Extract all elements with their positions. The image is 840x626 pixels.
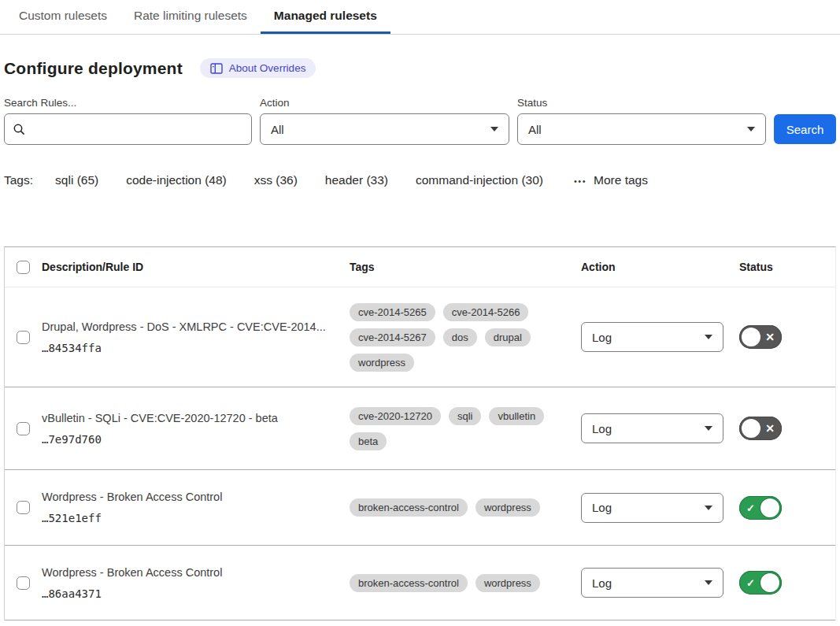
tab-rate-limiting-rulesets[interactable]: Rate limiting rulesets <box>120 0 261 34</box>
rule-tags: broken-access-controlwordpress <box>350 498 581 517</box>
chevron-down-icon <box>705 506 712 510</box>
tag-pill: broken-access-control <box>350 498 468 517</box>
rule-title: Wordpress - Broken Access Control <box>42 491 334 503</box>
ruleset-tabbar: Custom rulesetsRate limiting rulesetsMan… <box>0 0 840 35</box>
select-all-checkbox[interactable] <box>17 261 30 274</box>
row-action-select[interactable]: Log <box>581 413 723 443</box>
search-icon <box>13 123 26 139</box>
table-row: Wordpress - Broken Access Control …86aa4… <box>5 546 835 620</box>
status-filter-value: All <box>528 123 542 136</box>
tag-pill: broken-access-control <box>350 574 468 592</box>
tab-managed-rulesets[interactable]: Managed rulesets <box>261 0 390 34</box>
table-row: vBulletin - SQLi - CVE:CVE-2020-12720 - … <box>5 387 835 470</box>
action-filter-value: All <box>271 123 284 136</box>
chevron-down-icon <box>705 426 712 431</box>
row-checkbox[interactable] <box>17 501 30 514</box>
rule-title: Drupal, Wordpress - DoS - XMLRPC - CVE:C… <box>42 320 334 333</box>
status-filter-label: Status <box>517 97 766 109</box>
tag-filter-link[interactable]: xss (36) <box>254 173 298 187</box>
toggle-knob <box>760 573 779 592</box>
about-overrides-label: About Overrides <box>229 62 306 74</box>
tag-pill: cve-2014-5265 <box>350 303 435 321</box>
search-rules-input[interactable] <box>4 113 252 145</box>
table-row: Drupal, Wordpress - DoS - XMLRPC - CVE:C… <box>5 287 835 387</box>
table-row: Wordpress - Broken Access Control …521e1… <box>5 470 835 546</box>
status-filter-select[interactable]: All <box>517 113 766 145</box>
rule-tags: cve-2020-12720sqlivbulletinbeta <box>350 407 581 450</box>
toggle-state-icon: ✓ <box>746 502 755 513</box>
status-toggle[interactable]: ✕ <box>739 417 782 440</box>
action-filter-label: Action <box>260 97 509 109</box>
header-tags: Tags <box>350 261 581 273</box>
rule-title: vBulletin - SQLi - CVE:CVE-2020-12720 - … <box>42 412 334 424</box>
toggle-state-icon: ✓ <box>746 578 755 588</box>
row-action-select[interactable]: Log <box>581 322 723 352</box>
row-action-select[interactable]: Log <box>581 568 723 598</box>
row-checkbox[interactable] <box>17 576 30 590</box>
rule-id: …521e1eff <box>42 512 334 524</box>
row-action-value: Log <box>592 501 612 514</box>
header-description: Description/Rule ID <box>42 261 350 273</box>
status-toggle[interactable]: ✓ <box>739 496 782 520</box>
toggle-knob <box>742 419 760 438</box>
tag-pill: sqli <box>449 407 482 425</box>
tag-pill: beta <box>350 432 387 450</box>
action-filter-select[interactable]: All <box>260 113 509 145</box>
ellipsis-icon: ••• <box>574 176 587 186</box>
toggle-state-icon: ✕ <box>765 332 775 343</box>
tag-pill: wordpress <box>476 498 540 517</box>
page-title: Configure deployment <box>4 59 183 78</box>
row-action-select[interactable]: Log <box>581 493 723 523</box>
chevron-down-icon <box>705 335 712 339</box>
tag-pill: vbulletin <box>489 407 544 425</box>
status-toggle[interactable]: ✕ <box>739 325 782 349</box>
header-status: Status <box>739 261 835 273</box>
search-field-group: Search Rules... <box>4 97 252 145</box>
row-action-value: Log <box>592 331 612 344</box>
tag-filter-link[interactable]: code-injection (48) <box>126 173 227 187</box>
rules-table: Description/Rule ID Tags Action Status D… <box>4 246 836 620</box>
more-tags-button[interactable]: ••• More tags <box>574 173 648 187</box>
toggle-knob <box>742 328 760 346</box>
main-content: Configure deployment About Overrides Sea… <box>0 58 840 620</box>
action-field-group: Action All <box>260 97 509 145</box>
filter-row: Search Rules... Action All Status <box>4 97 836 145</box>
tag-pill: cve-2014-5266 <box>443 303 529 321</box>
toggle-knob <box>760 498 779 517</box>
rule-title: Wordpress - Broken Access Control <box>42 566 334 579</box>
search-label: Search Rules... <box>4 97 252 109</box>
row-checkbox[interactable] <box>17 331 30 344</box>
chevron-down-icon <box>705 580 712 585</box>
about-overrides-badge[interactable]: About Overrides <box>200 58 316 78</box>
status-toggle[interactable]: ✓ <box>739 571 782 595</box>
tag-filter-link[interactable]: command-injection (30) <box>416 173 543 187</box>
tags-bar: Tags: sqli (65)code-injection (48)xss (3… <box>4 173 836 187</box>
tag-pill: cve-2020-12720 <box>350 407 441 425</box>
tag-pill: wordpress <box>476 574 540 592</box>
tag-filter-link[interactable]: header (33) <box>325 173 388 187</box>
rule-id: …86aa4371 <box>42 587 334 600</box>
row-action-value: Log <box>592 576 612 590</box>
rule-tags: broken-access-controlwordpress <box>350 574 581 592</box>
tag-pill: cve-2014-5267 <box>350 328 435 346</box>
table-header-row: Description/Rule ID Tags Action Status <box>5 247 835 287</box>
status-field-group: Status All <box>517 97 766 145</box>
chevron-down-icon <box>490 127 498 131</box>
header-action: Action <box>581 261 739 273</box>
tag-pill: dos <box>443 328 477 346</box>
heading-row: Configure deployment About Overrides <box>4 58 836 78</box>
row-checkbox[interactable] <box>17 422 30 435</box>
book-icon <box>210 63 223 74</box>
toggle-state-icon: ✕ <box>765 423 775 434</box>
search-button[interactable]: Search <box>774 114 836 144</box>
more-tags-label: More tags <box>594 173 648 187</box>
rule-id: …84534ffa <box>42 342 334 354</box>
chevron-down-icon <box>747 127 755 131</box>
row-action-value: Log <box>592 422 612 435</box>
tag-pill: wordpress <box>350 354 414 372</box>
tag-filter-link[interactable]: sqli (65) <box>55 173 98 187</box>
tags-bar-label: Tags: <box>4 173 33 187</box>
tab-custom-rulesets[interactable]: Custom rulesets <box>6 0 120 34</box>
rule-tags: cve-2014-5265cve-2014-5266cve-2014-5267d… <box>350 303 581 372</box>
tag-pill: drupal <box>485 328 531 346</box>
